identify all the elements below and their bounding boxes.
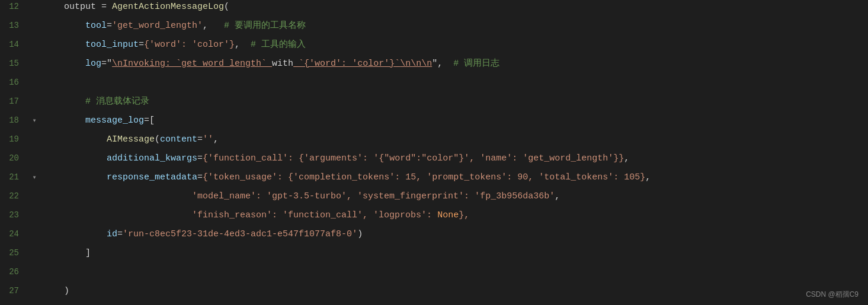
line-number-16: 16 <box>0 76 28 89</box>
code-line-27: 27 ) <box>0 284 868 303</box>
line-number-15: 15 <box>0 57 28 70</box>
code-line-15: 15 log="\nInvoking: `get_word_length` wi… <box>0 57 868 76</box>
code-line-21: 21 ▾ response_metadata={'token_usage': {… <box>0 171 868 190</box>
code-line-22: 22 'model_name': 'gpt-3.5-turbo', 'syste… <box>0 190 868 208</box>
line-number-12: 12 <box>0 0 28 13</box>
line-number-26: 26 <box>0 265 28 278</box>
code-token: output <box>43 0 101 14</box>
line-number-22: 22 <box>0 190 28 203</box>
line-number-20: 20 <box>0 152 28 165</box>
collapse-arrow-21[interactable]: ▾ <box>28 172 40 184</box>
line-number-27: 27 <box>0 284 28 297</box>
code-line-12: 12 output = AgentActionMessageLog( <box>0 0 868 19</box>
code-line-23: 23 'finish_reason': 'function_call', 'lo… <box>0 208 868 227</box>
code-line-14: 14 tool_input={'word': 'color'}, # 工具的输入 <box>0 38 868 57</box>
line-number-25: 25 <box>0 246 28 259</box>
collapse-arrow-18[interactable]: ▾ <box>28 115 40 127</box>
line-number-13: 13 <box>0 19 28 32</box>
line-number-23: 23 <box>0 208 28 221</box>
code-line-18: 18 ▾ message_log=[ <box>0 114 868 133</box>
code-editor: 12 output = AgentActionMessageLog( 13 to… <box>0 0 868 305</box>
code-line-24: 24 id='run-c8ec5f23-31de-4ed3-adc1-e547f… <box>0 227 868 246</box>
with-keyword: with <box>272 57 293 71</box>
code-line-26: 26 <box>0 265 868 284</box>
line-number-24: 24 <box>0 227 28 240</box>
watermark: CSDN @稻孺C9 <box>806 289 859 300</box>
line-number-18: 18 <box>0 114 28 127</box>
line-number-17: 17 <box>0 95 28 108</box>
code-line-25: 25 ] <box>0 246 868 265</box>
code-line-13: 13 tool='get_word_length', # 要调用的工具名称 <box>0 19 868 38</box>
code-line-19: 19 AIMessage(content='', <box>0 133 868 152</box>
code-line-17: 17 # 消息载体记录 <box>0 95 868 114</box>
line-number-14: 14 <box>0 38 28 51</box>
code-line-16: 16 <box>0 76 868 95</box>
code-line-20: 20 additional_kwargs={'function_call': {… <box>0 152 868 171</box>
line-number-19: 19 <box>0 133 28 146</box>
line-number-21: 21 <box>0 171 28 184</box>
